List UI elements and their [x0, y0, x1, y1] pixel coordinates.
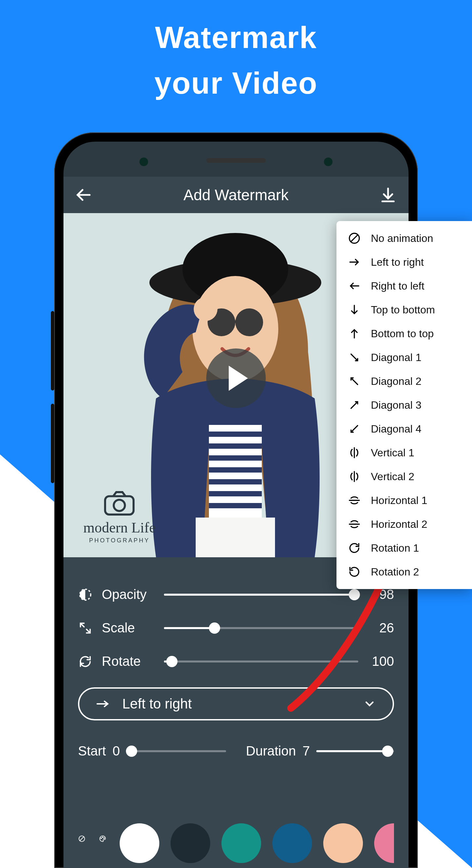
diag-dl-icon: [348, 422, 361, 435]
animation-menu-label: Diagonal 1: [371, 351, 422, 364]
animation-menu-item[interactable]: Right to left: [336, 274, 472, 298]
duration-group: Duration 7: [246, 744, 394, 758]
rotate-value: 100: [368, 654, 394, 669]
animation-menu-item[interactable]: Vertical 2: [336, 465, 472, 489]
controls-panel: Opacity 98 Scale 26 Rotate: [64, 557, 408, 868]
animation-menu-label: Vertical 1: [371, 447, 414, 459]
chevron-down-icon: [363, 697, 376, 711]
flip-h2-icon: [348, 518, 361, 531]
none-icon: [348, 231, 361, 245]
phone-camera: [324, 157, 333, 166]
color-swatch[interactable]: [120, 823, 159, 863]
animation-menu-item[interactable]: Horizontal 1: [336, 489, 472, 512]
scale-label: Scale: [102, 620, 155, 636]
animation-menu-label: Right to left: [371, 280, 425, 292]
color-row: [64, 818, 408, 868]
scale-slider[interactable]: [164, 627, 358, 629]
phone-speaker: [206, 158, 266, 163]
animation-menu-label: Rotation 1: [371, 542, 419, 554]
svg-rect-14: [209, 491, 262, 496]
phone-camera: [139, 157, 148, 166]
no-color-button[interactable]: [78, 835, 86, 851]
animation-menu-item[interactable]: Diagonal 1: [336, 345, 472, 369]
flip-h1-icon: [348, 494, 361, 507]
svg-rect-13: [209, 479, 262, 485]
opacity-row: Opacity 98: [78, 587, 394, 602]
color-swatch[interactable]: [171, 823, 210, 863]
svg-rect-11: [209, 455, 262, 461]
animation-menu-item[interactable]: Horizontal 2: [336, 512, 472, 536]
animation-menu-item[interactable]: Rotation 2: [336, 560, 472, 584]
svg-point-18: [114, 500, 125, 511]
flip-v2-icon: [348, 470, 361, 483]
rotate-slider[interactable]: [164, 660, 358, 662]
animation-menu-item[interactable]: Vertical 1: [336, 441, 472, 465]
animation-menu-item[interactable]: Diagonal 2: [336, 369, 472, 393]
palette-button[interactable]: [99, 835, 106, 851]
watermark-brand: modern Life: [83, 521, 156, 535]
rotate-icon: [78, 654, 93, 669]
animation-menu: No animationLeft to rightRight to leftTo…: [336, 221, 472, 589]
rot-ccw-icon: [348, 565, 361, 579]
svg-rect-9: [209, 432, 262, 437]
app-toolbar: Add Watermark: [64, 177, 408, 213]
svg-rect-15: [209, 503, 262, 508]
color-swatch[interactable]: [222, 823, 261, 863]
rot-cw-icon: [348, 541, 361, 555]
promo-title-line2: your Video: [0, 60, 472, 106]
color-swatch[interactable]: [374, 823, 394, 863]
svg-rect-16: [196, 518, 275, 557]
animation-menu-item[interactable]: Left to right: [336, 250, 472, 274]
save-button[interactable]: [379, 186, 397, 204]
back-button[interactable]: [75, 186, 93, 204]
svg-point-7: [194, 297, 217, 321]
animation-menu-label: Horizontal 1: [371, 494, 427, 507]
start-label: Start: [78, 744, 106, 758]
arrow-right-icon: [348, 255, 361, 269]
opacity-label: Opacity: [102, 587, 155, 602]
animation-menu-label: Bottom to top: [371, 328, 434, 340]
animation-menu-item[interactable]: Diagonal 4: [336, 417, 472, 441]
animation-menu-label: Horizontal 2: [371, 518, 427, 530]
rotate-row: Rotate 100: [78, 654, 394, 669]
animation-menu-label: Vertical 2: [371, 471, 414, 483]
svg-rect-6: [233, 320, 239, 323]
download-icon: [379, 186, 397, 204]
animation-menu-item[interactable]: Top to bottom: [336, 298, 472, 322]
play-button[interactable]: [206, 348, 266, 408]
color-swatch[interactable]: [323, 823, 363, 863]
opacity-icon: [78, 587, 93, 602]
color-swatch[interactable]: [272, 823, 312, 863]
animation-menu-item[interactable]: Bottom to top: [336, 322, 472, 345]
animation-menu-label: Diagonal 3: [371, 399, 422, 411]
animation-menu-label: Diagonal 2: [371, 375, 422, 388]
animation-menu-item[interactable]: Diagonal 3: [336, 393, 472, 417]
arrow-left-icon: [348, 279, 361, 292]
phone-side-button: [51, 311, 54, 391]
watermark-overlay[interactable]: modern Life PHOTOGRAPHY: [83, 490, 156, 544]
animation-menu-item[interactable]: No animation: [336, 226, 472, 250]
diag-ul-icon: [348, 375, 361, 388]
arrow-up-icon: [348, 327, 361, 340]
arrow-down-icon: [348, 303, 361, 316]
diag-ur-icon: [348, 398, 361, 412]
animation-menu-label: Left to right: [371, 256, 424, 268]
opacity-slider[interactable]: [164, 594, 358, 596]
scale-value: 26: [368, 620, 394, 636]
svg-rect-8: [209, 425, 262, 524]
rotate-label: Rotate: [102, 654, 155, 669]
start-value: 0: [112, 744, 120, 758]
duration-slider[interactable]: [316, 750, 394, 752]
animation-menu-label: Rotation 2: [371, 566, 419, 578]
opacity-value: 98: [368, 587, 394, 602]
svg-rect-12: [209, 467, 262, 472]
diag-dr-icon: [348, 351, 361, 364]
arrow-left-icon: [75, 186, 93, 204]
animation-dropdown[interactable]: Left to right: [78, 687, 394, 720]
promo-title-line1: Watermark: [0, 14, 472, 60]
animation-menu-item[interactable]: Rotation 1: [336, 536, 472, 560]
start-group: Start 0: [78, 744, 226, 758]
animation-menu-label: No animation: [371, 232, 433, 245]
start-slider[interactable]: [127, 750, 226, 752]
svg-point-23: [104, 838, 104, 839]
